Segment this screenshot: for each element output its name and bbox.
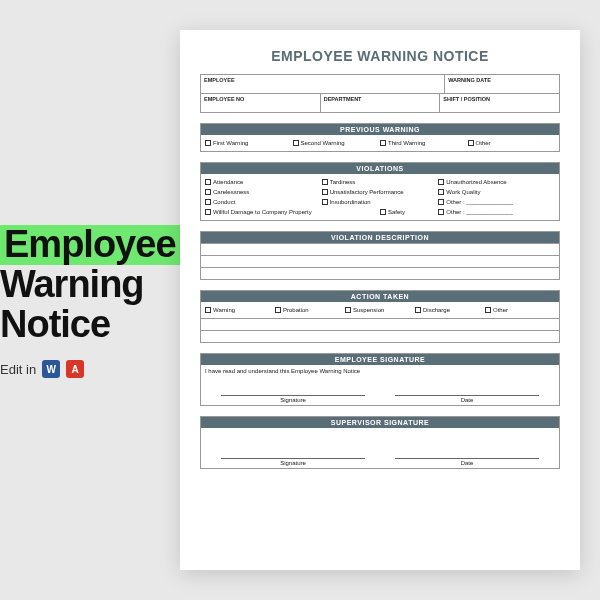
section-header: SUPERVISOR SIGNATURE	[201, 417, 559, 428]
checkbox-carelessness[interactable]: Carelessness	[205, 187, 322, 197]
edit-in-row: Edit in W A	[0, 360, 84, 378]
checkbox-insubordination[interactable]: Insubordination	[322, 197, 439, 207]
pdf-icon: A	[66, 360, 84, 378]
promo-line1: Employee	[0, 225, 180, 265]
checkbox-unsatisfactory-performance[interactable]: Unsatisfactory Performance	[322, 187, 439, 197]
checkbox-tardiness[interactable]: Tardiness	[322, 177, 439, 187]
employee-signature-line[interactable]: Signature	[221, 395, 365, 403]
edit-in-label: Edit in	[0, 362, 36, 377]
section-action-taken: ACTION TAKEN Warning Probation Suspensio…	[200, 290, 560, 343]
section-previous-warning: PREVIOUS WARNING First Warning Second Wa…	[200, 123, 560, 152]
previous-warning-options: First Warning Second Warning Third Warni…	[201, 135, 559, 151]
promo-line3: Notice	[0, 305, 180, 345]
checkbox-third-warning[interactable]: Third Warning	[380, 138, 468, 148]
checkbox-work-quality[interactable]: Work Quality	[438, 187, 555, 197]
checkbox-first-warning[interactable]: First Warning	[205, 138, 293, 148]
checkbox-unauthorized-absence[interactable]: Unauthorized Absence	[438, 177, 555, 187]
section-header: VIOLATION DESCRIPTION	[201, 232, 559, 243]
section-header: PREVIOUS WARNING	[201, 124, 559, 135]
checkbox-warning[interactable]: Warning	[205, 305, 275, 315]
description-lines[interactable]	[201, 243, 559, 279]
section-header: ACTION TAKEN	[201, 291, 559, 302]
document-page: EMPLOYEE WARNING NOTICE EMPLOYEE WARNING…	[180, 30, 580, 570]
field-employee-no[interactable]: EMPLOYEE NO	[200, 94, 321, 113]
promo-line2: Warning	[0, 265, 180, 305]
word-icon: W	[42, 360, 60, 378]
checkbox-other[interactable]: Other	[468, 138, 556, 148]
section-header: EMPLOYEE SIGNATURE	[201, 354, 559, 365]
field-employee[interactable]: EMPLOYEE	[200, 74, 445, 94]
section-violations: VIOLATIONS Attendance Tardiness Unauthor…	[200, 162, 560, 221]
field-warning-date[interactable]: WARNING DATE	[445, 74, 560, 94]
action-taken-options: Warning Probation Suspension Discharge O…	[201, 302, 559, 318]
section-header: VIOLATIONS	[201, 163, 559, 174]
section-employee-signature: EMPLOYEE SIGNATURE I have read and under…	[200, 353, 560, 406]
header-row-2: EMPLOYEE NO DEPARTMENT SHIFT / POSITION	[200, 94, 560, 113]
employee-date-line[interactable]: Date	[395, 395, 539, 403]
action-lines[interactable]	[201, 318, 559, 342]
doc-title: EMPLOYEE WARNING NOTICE	[200, 48, 560, 64]
supervisor-signature-line[interactable]: Signature	[221, 458, 365, 466]
employee-sig-row: Signature Date	[201, 393, 559, 405]
checkbox-safety[interactable]: Safety	[380, 207, 438, 217]
field-department[interactable]: DEPARTMENT	[321, 94, 441, 113]
supervisor-sig-row: Signature Date	[201, 456, 559, 468]
checkbox-suspension[interactable]: Suspension	[345, 305, 415, 315]
checkbox-second-warning[interactable]: Second Warning	[293, 138, 381, 148]
promo-title: Employee Warning Notice	[0, 225, 180, 345]
field-shift-position[interactable]: SHIFT / POSITION	[440, 94, 560, 113]
checkbox-other-2[interactable]: Other : ______________	[438, 207, 555, 217]
ack-text: I have read and understand this Employee…	[201, 365, 559, 377]
header-row-1: EMPLOYEE WARNING DATE	[200, 74, 560, 94]
checkbox-attendance[interactable]: Attendance	[205, 177, 322, 187]
section-supervisor-signature: SUPERVISOR SIGNATURE Signature Date	[200, 416, 560, 469]
checkbox-action-other[interactable]: Other	[485, 305, 555, 315]
section-violation-description: VIOLATION DESCRIPTION	[200, 231, 560, 280]
checkbox-probation[interactable]: Probation	[275, 305, 345, 315]
checkbox-willful-damage[interactable]: Willful Damage to Company Property	[205, 207, 380, 217]
checkbox-other-1[interactable]: Other : ______________	[438, 197, 555, 207]
checkbox-discharge[interactable]: Discharge	[415, 305, 485, 315]
checkbox-conduct[interactable]: Conduct	[205, 197, 322, 207]
violations-options: Attendance Tardiness Unauthorized Absenc…	[201, 174, 559, 220]
supervisor-date-line[interactable]: Date	[395, 458, 539, 466]
